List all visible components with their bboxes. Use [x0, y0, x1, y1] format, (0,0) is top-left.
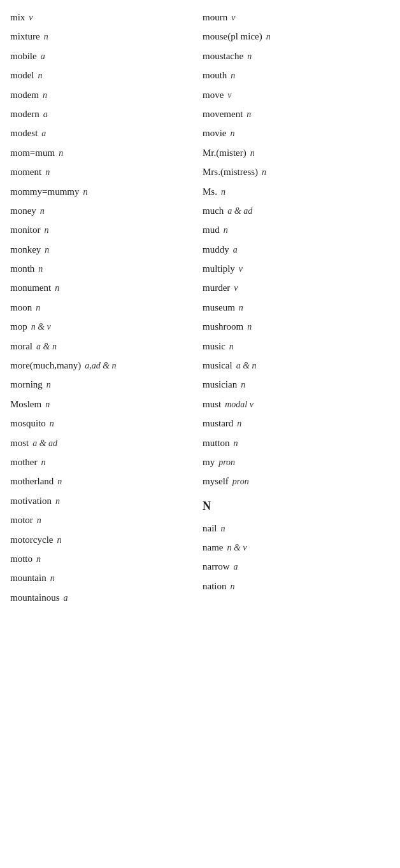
entry-pos: n — [40, 204, 45, 218]
dict-entry: monthn — [10, 259, 197, 278]
dict-entry: Ms.n — [203, 182, 390, 201]
entry-word: mushroom — [203, 319, 243, 334]
entry-word: mud — [203, 222, 220, 237]
dict-entry: mouse(pl mice)n — [203, 27, 390, 46]
entry-word: musician — [203, 377, 237, 392]
dict-entry: nationn — [203, 577, 390, 596]
entry-pos: v — [29, 11, 32, 25]
dict-entry: mixv — [10, 8, 197, 27]
entry-word: music — [203, 339, 225, 354]
entry-word: mop — [10, 319, 27, 334]
entry-pos: a — [41, 127, 46, 141]
entry-pos: n — [266, 30, 271, 44]
entry-pos: n — [36, 301, 40, 315]
entry-word: motorcycle — [10, 532, 53, 547]
dict-entry: mustmodal v — [203, 395, 390, 414]
entry-word: move — [203, 87, 224, 102]
entry-word: most — [10, 435, 29, 451]
entry-pos: n — [38, 262, 43, 276]
entry-pos: n & v — [31, 320, 51, 334]
entry-word: moral — [10, 339, 32, 354]
entry-word: mom=mum — [10, 145, 55, 160]
entry-word: monkey — [10, 242, 41, 257]
entry-word: muddy — [203, 242, 229, 257]
entry-pos: n — [221, 185, 225, 199]
entry-word: mutton — [203, 435, 230, 451]
dict-entry: movementn — [203, 104, 390, 123]
entry-pos: n — [50, 417, 54, 431]
entry-word: mouth — [203, 67, 227, 83]
entry-word: modem — [10, 87, 39, 102]
entry-word: money — [10, 203, 36, 218]
entry-pos: a & ad — [32, 437, 57, 451]
entry-word: motto — [10, 551, 32, 566]
dict-entry: monkeyn — [10, 240, 197, 259]
entry-word: mixture — [10, 29, 40, 44]
entry-pos: n — [50, 571, 55, 585]
entry-pos: n — [234, 437, 238, 451]
entry-word: my — [203, 454, 215, 470]
entry-pos: n — [45, 223, 49, 237]
right-col: mournvmouse(pl mice)nmoustachenmouthnmov… — [203, 8, 390, 607]
entry-word: name — [203, 540, 223, 555]
entry-pos: n — [57, 533, 61, 547]
dict-entry: namen & v — [203, 538, 390, 557]
dict-entry: mudn — [203, 220, 390, 239]
entry-pos: n — [45, 243, 49, 257]
dict-entry: musicala & n — [203, 356, 390, 375]
entry-word: modern — [10, 106, 39, 122]
entry-word: Mrs.(mistress) — [203, 164, 258, 179]
dict-entry: musicn — [203, 337, 390, 356]
entry-word: narrow — [203, 559, 229, 574]
entry-pos: n — [41, 456, 46, 470]
dict-entry: muddya — [203, 240, 390, 259]
entry-pos: n — [38, 69, 43, 83]
dict-entry: motherlandn — [10, 472, 197, 491]
entry-word: much — [203, 203, 224, 218]
dict-entry: movev — [203, 85, 390, 104]
dict-entry: mosta & ad — [10, 433, 197, 452]
entry-pos: n — [247, 320, 252, 334]
entry-pos: n — [37, 514, 41, 528]
dict-entry: mosquiton — [10, 414, 197, 433]
entry-pos: n — [57, 475, 62, 489]
entry-word: mourn — [203, 10, 227, 25]
dict-entry: Moslemn — [10, 395, 197, 414]
dict-entry: mountainousa — [10, 588, 197, 607]
entry-pos: n — [55, 494, 60, 508]
entry-pos: n — [229, 340, 234, 354]
dict-entry: narrowa — [203, 557, 390, 576]
dict-entry: murderv — [203, 278, 390, 297]
dict-entry: mothern — [10, 452, 197, 472]
dict-entry: mucha & ad — [203, 201, 390, 220]
entry-word: nail — [203, 521, 217, 536]
left-col: mixvmixturenmobileamodelnmodemnmodernamo… — [10, 8, 197, 607]
dict-entry: muttonn — [203, 433, 390, 452]
entry-pos: n — [45, 398, 50, 412]
entry-word: monument — [10, 280, 51, 295]
dict-entry: multiplyv — [203, 259, 390, 278]
entry-pos: a — [41, 50, 45, 64]
dict-entry: morningn — [10, 375, 197, 394]
entry-word: mountain — [10, 570, 46, 585]
dict-entry: monumentn — [10, 278, 197, 297]
entry-word: model — [10, 67, 34, 83]
dict-entry: mouthn — [203, 66, 390, 85]
section-header: N — [203, 491, 390, 519]
entry-pos: n — [247, 50, 252, 64]
entry-pos: n — [59, 146, 63, 160]
dict-entry: mypron — [203, 452, 390, 472]
entry-pos: n — [45, 165, 50, 179]
dict-entry: nailn — [203, 519, 390, 538]
entry-pos: n — [241, 378, 245, 392]
dict-entry: museumn — [203, 298, 390, 317]
entry-pos: n — [262, 165, 266, 179]
entry-word: Moslem — [10, 396, 41, 412]
dict-entry: moderna — [10, 104, 197, 123]
entry-word: mustard — [203, 416, 233, 431]
entry-pos: n — [246, 108, 251, 122]
entry-pos: n — [221, 522, 225, 536]
dict-entry: momentn — [10, 162, 197, 181]
dict-entry: monitorn — [10, 220, 197, 239]
dict-entry: mustardn — [203, 414, 390, 433]
